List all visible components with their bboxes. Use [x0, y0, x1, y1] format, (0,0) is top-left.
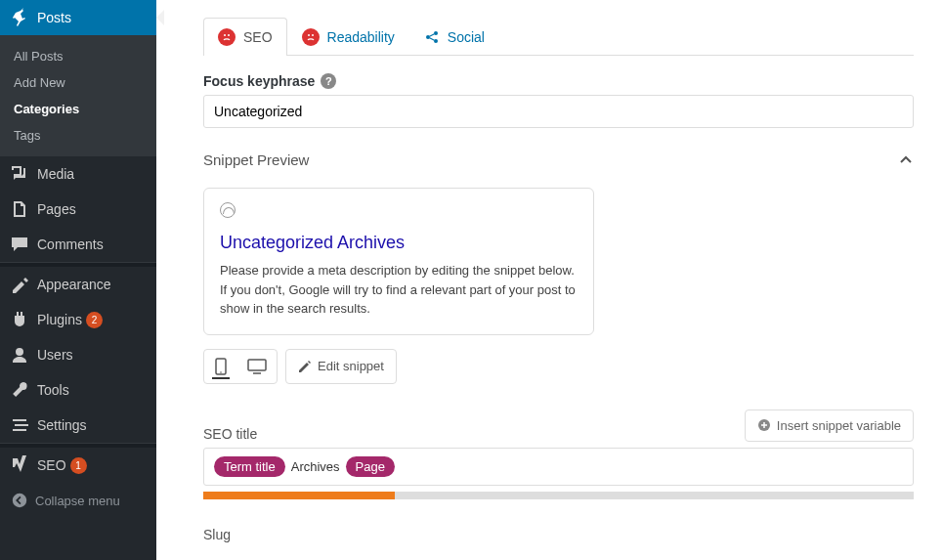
- title-text-segment: Archives: [291, 459, 340, 474]
- sidebar-item-all-posts[interactable]: All Posts: [0, 43, 156, 69]
- desktop-preview-button[interactable]: [237, 350, 277, 383]
- sidebar-item-settings[interactable]: Settings: [0, 408, 156, 443]
- seo-title-label: SEO title: [203, 426, 257, 442]
- sidebar-label: Users: [37, 347, 73, 363]
- sidebar-label: Plugins: [37, 312, 82, 327]
- tab-bar: SEO Readability Social: [203, 18, 914, 56]
- seo-title-field[interactable]: Term title Archives Page: [203, 448, 914, 486]
- insert-variable-label: Insert snippet variable: [777, 418, 901, 433]
- snippet-preview-toggle[interactable]: Snippet Preview: [203, 151, 914, 168]
- sad-face-icon: [302, 28, 320, 46]
- collapse-menu[interactable]: Collapse menu: [0, 483, 156, 518]
- svg-point-2: [228, 34, 230, 36]
- progress-fill: [203, 492, 395, 499]
- seo-title-progress: [203, 492, 914, 499]
- settings-icon: [10, 415, 29, 435]
- snippet-description: Please provide a meta description by edi…: [220, 261, 578, 319]
- sidebar-label: Pages: [37, 201, 76, 217]
- chevron-up-icon: [898, 152, 914, 168]
- share-icon: [424, 29, 440, 45]
- pencil-icon: [298, 360, 312, 373]
- sidebar-item-add-new[interactable]: Add New: [0, 69, 156, 96]
- svg-point-5: [426, 35, 430, 39]
- svg-point-3: [308, 34, 310, 36]
- svg-point-0: [13, 494, 26, 507]
- svg-point-1: [224, 34, 226, 36]
- pushpin-icon: [10, 8, 29, 27]
- comments-icon: [10, 235, 29, 254]
- collapse-icon: [10, 491, 29, 510]
- plugins-badge: 2: [86, 312, 103, 328]
- sidebar-label: SEO: [37, 457, 66, 473]
- media-icon: [10, 164, 29, 184]
- globe-icon: [220, 202, 236, 218]
- tab-label: Readability: [327, 29, 395, 45]
- focus-keyphrase-input[interactable]: [203, 95, 914, 128]
- sidebar-label: Comments: [37, 237, 104, 252]
- slug-label: Slug: [203, 527, 914, 542]
- pages-icon: [10, 199, 29, 219]
- svg-point-4: [312, 34, 314, 36]
- sidebar-item-tools[interactable]: Tools: [0, 372, 156, 408]
- admin-sidebar: Posts All Posts Add New Categories Tags …: [0, 0, 156, 560]
- main-content: SEO Readability Social Focus keyphrase ?…: [156, 0, 943, 560]
- tab-seo[interactable]: SEO: [203, 18, 287, 56]
- seo-icon: [10, 455, 29, 475]
- sidebar-label: Media: [37, 166, 74, 182]
- sidebar-item-media[interactable]: Media: [0, 156, 156, 192]
- edit-snippet-label: Edit snippet: [318, 359, 384, 373]
- mobile-preview-button[interactable]: [204, 350, 237, 383]
- sidebar-item-pages[interactable]: Pages: [0, 192, 156, 227]
- sidebar-label: Tools: [37, 382, 69, 398]
- sidebar-label: Posts: [37, 10, 71, 25]
- variable-pill-page[interactable]: Page: [346, 456, 395, 477]
- seo-badge: 1: [70, 457, 87, 474]
- tab-social[interactable]: Social: [409, 18, 499, 56]
- posts-submenu: All Posts Add New Categories Tags: [0, 35, 156, 156]
- snippet-preview-card: Uncategorized Archives Please provide a …: [203, 188, 594, 335]
- svg-point-9: [220, 371, 222, 373]
- sidebar-label: Appearance: [37, 277, 111, 292]
- snippet-title: Uncategorized Archives: [220, 233, 578, 253]
- svg-rect-10: [248, 360, 266, 370]
- device-toggle: [203, 349, 278, 384]
- edit-snippet-button[interactable]: Edit snippet: [285, 349, 397, 384]
- sidebar-item-plugins[interactable]: Plugins 2: [0, 302, 156, 337]
- svg-point-6: [434, 31, 438, 35]
- sad-face-icon: [218, 28, 236, 46]
- appearance-icon: [10, 275, 29, 294]
- sidebar-item-seo[interactable]: SEO 1: [0, 448, 156, 483]
- svg-point-7: [434, 39, 438, 43]
- sidebar-item-categories[interactable]: Categories: [0, 96, 156, 122]
- collapse-label: Collapse menu: [35, 494, 120, 508]
- sidebar-item-tags[interactable]: Tags: [0, 122, 156, 149]
- sidebar-item-appearance[interactable]: Appearance: [0, 267, 156, 302]
- sidebar-item-comments[interactable]: Comments: [0, 227, 156, 262]
- plugins-icon: [10, 310, 29, 329]
- sidebar-item-posts[interactable]: Posts: [0, 0, 156, 35]
- variable-pill-term-title[interactable]: Term title: [214, 456, 285, 477]
- focus-keyphrase-label: Focus keyphrase ?: [203, 73, 914, 89]
- plus-circle-icon: [757, 418, 771, 432]
- insert-variable-button[interactable]: Insert snippet variable: [745, 409, 914, 442]
- sidebar-label: Settings: [37, 417, 87, 433]
- tab-label: SEO: [243, 29, 273, 45]
- tools-icon: [10, 380, 29, 400]
- tab-label: Social: [448, 29, 485, 45]
- help-icon[interactable]: ?: [321, 73, 336, 89]
- tab-readability[interactable]: Readability: [287, 18, 409, 56]
- snippet-preview-label: Snippet Preview: [203, 151, 309, 168]
- users-icon: [10, 345, 29, 365]
- sidebar-item-users[interactable]: Users: [0, 337, 156, 372]
